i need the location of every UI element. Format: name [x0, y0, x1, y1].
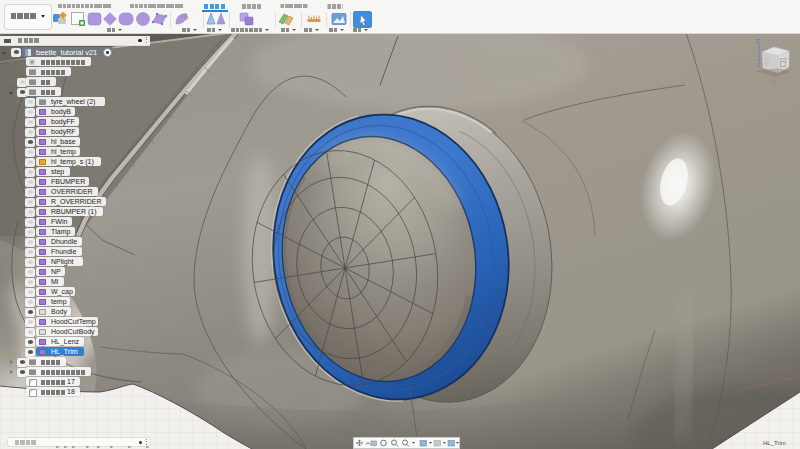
- svg-text:X: X: [772, 79, 776, 85]
